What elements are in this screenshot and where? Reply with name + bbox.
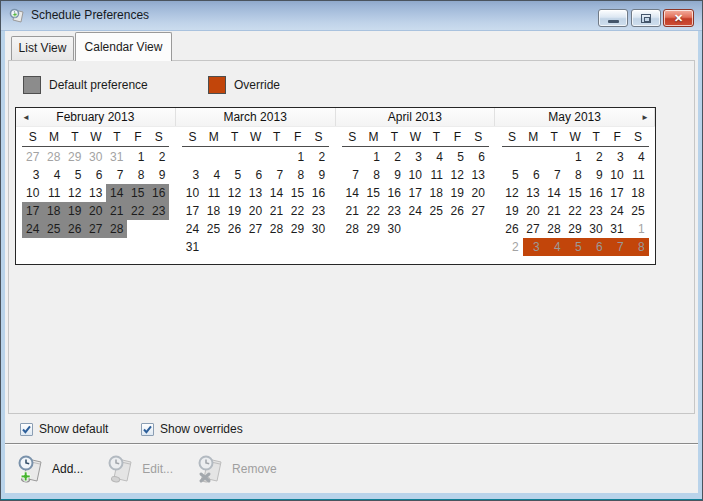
day-cell[interactable]: 9 — [308, 166, 329, 184]
day-cell[interactable]: 21 — [106, 202, 127, 220]
day-cell[interactable]: 13 — [468, 166, 489, 184]
day-cell[interactable]: 2 — [308, 148, 329, 166]
day-cell[interactable]: 8 — [127, 166, 148, 184]
day-cell[interactable]: 20 — [523, 202, 544, 220]
day-cell[interactable]: 28 — [544, 220, 565, 238]
day-cell[interactable]: 10 — [405, 166, 426, 184]
day-cell[interactable]: 22 — [565, 202, 586, 220]
day-cell[interactable]: 4 — [43, 166, 64, 184]
day-cell[interactable]: 1 — [628, 220, 649, 238]
day-cell[interactable]: 15 — [565, 184, 586, 202]
day-cell[interactable]: 2 — [384, 148, 405, 166]
day-cell[interactable]: 1 — [287, 148, 308, 166]
day-cell[interactable]: 22 — [287, 202, 308, 220]
day-cell[interactable]: 25 — [426, 202, 447, 220]
day-cell[interactable]: 7 — [266, 166, 287, 184]
titlebar[interactable]: Schedule Preferences ✕ — [1, 1, 702, 31]
day-cell[interactable]: 5 — [447, 148, 468, 166]
day-cell[interactable]: 26 — [502, 220, 523, 238]
day-cell[interactable]: 9 — [586, 166, 607, 184]
day-cell[interactable]: 26 — [224, 220, 245, 238]
remove-button[interactable]: Remove — [197, 454, 277, 484]
day-cell[interactable]: 18 — [628, 184, 649, 202]
day-cell[interactable]: 5 — [502, 166, 523, 184]
day-cell[interactable]: 4 — [203, 166, 224, 184]
day-cell[interactable]: 17 — [607, 184, 628, 202]
tab-calendar-view[interactable]: Calendar View — [75, 32, 172, 61]
day-cell[interactable]: 5 — [64, 166, 85, 184]
day-cell[interactable]: 3 — [405, 148, 426, 166]
day-cell[interactable]: 19 — [502, 202, 523, 220]
day-cell[interactable]: 24 — [22, 220, 43, 238]
day-cell[interactable]: 25 — [628, 202, 649, 220]
day-cell[interactable]: 4 — [544, 238, 565, 256]
day-cell[interactable]: 29 — [363, 220, 384, 238]
show-default-checkbox[interactable] — [20, 423, 33, 436]
day-cell[interactable]: 13 — [245, 184, 266, 202]
day-cell[interactable]: 18 — [203, 202, 224, 220]
edit-button[interactable]: Edit... — [107, 454, 173, 484]
day-cell[interactable]: 2 — [148, 148, 169, 166]
day-cell[interactable]: 27 — [523, 220, 544, 238]
day-cell[interactable]: 29 — [287, 220, 308, 238]
day-cell[interactable]: 22 — [127, 202, 148, 220]
day-cell[interactable]: 16 — [148, 184, 169, 202]
day-cell[interactable]: 24 — [182, 220, 203, 238]
day-cell[interactable]: 31 — [607, 220, 628, 238]
day-cell[interactable]: 6 — [245, 166, 266, 184]
day-cell[interactable]: 17 — [405, 184, 426, 202]
day-cell[interactable]: 8 — [363, 166, 384, 184]
day-cell[interactable]: 12 — [224, 184, 245, 202]
day-cell[interactable]: 27 — [468, 202, 489, 220]
day-cell[interactable]: 9 — [384, 166, 405, 184]
day-cell[interactable]: 10 — [607, 166, 628, 184]
minimize-button[interactable] — [598, 9, 628, 27]
day-cell[interactable]: 12 — [447, 166, 468, 184]
day-cell[interactable]: 23 — [384, 202, 405, 220]
day-cell[interactable]: 29 — [565, 220, 586, 238]
day-cell[interactable]: 5 — [565, 238, 586, 256]
day-cell[interactable]: 3 — [182, 166, 203, 184]
day-cell[interactable]: 30 — [384, 220, 405, 238]
day-cell[interactable]: 27 — [85, 220, 106, 238]
day-cell[interactable]: 4 — [426, 148, 447, 166]
show-overrides-checkbox-row[interactable]: Show overrides — [141, 421, 243, 437]
day-cell[interactable]: 10 — [22, 184, 43, 202]
day-cell[interactable]: 14 — [106, 184, 127, 202]
tab-list-view[interactable]: List View — [11, 36, 74, 60]
day-cell[interactable]: 26 — [447, 202, 468, 220]
day-cell[interactable]: 19 — [64, 202, 85, 220]
day-cell[interactable]: 7 — [544, 166, 565, 184]
day-cell[interactable]: 6 — [523, 166, 544, 184]
day-cell[interactable]: 12 — [502, 184, 523, 202]
day-cell[interactable]: 3 — [607, 148, 628, 166]
day-cell[interactable]: 21 — [342, 202, 363, 220]
day-cell[interactable]: 7 — [607, 238, 628, 256]
day-cell[interactable]: 14 — [544, 184, 565, 202]
day-cell[interactable]: 23 — [148, 202, 169, 220]
day-cell[interactable]: 11 — [203, 184, 224, 202]
day-cell[interactable]: 6 — [586, 238, 607, 256]
day-cell[interactable]: 16 — [308, 184, 329, 202]
day-cell[interactable]: 20 — [85, 202, 106, 220]
day-cell[interactable]: 28 — [106, 220, 127, 238]
next-month-icon[interactable]: ► — [637, 108, 653, 127]
day-cell[interactable]: 19 — [447, 184, 468, 202]
show-default-checkbox-row[interactable]: Show default — [20, 421, 108, 437]
day-cell[interactable]: 30 — [586, 220, 607, 238]
day-cell[interactable]: 10 — [182, 184, 203, 202]
day-cell[interactable]: 21 — [266, 202, 287, 220]
day-cell[interactable]: 25 — [43, 220, 64, 238]
show-overrides-checkbox[interactable] — [141, 423, 154, 436]
day-cell[interactable]: 9 — [148, 166, 169, 184]
day-cell[interactable]: 28 — [342, 220, 363, 238]
day-cell[interactable]: 16 — [384, 184, 405, 202]
day-cell[interactable]: 1 — [363, 148, 384, 166]
day-cell[interactable]: 31 — [106, 148, 127, 166]
day-cell[interactable]: 27 — [245, 220, 266, 238]
day-cell[interactable]: 15 — [363, 184, 384, 202]
day-cell[interactable]: 13 — [523, 184, 544, 202]
day-cell[interactable]: 8 — [287, 166, 308, 184]
day-cell[interactable]: 14 — [266, 184, 287, 202]
add-button[interactable]: Add... — [17, 454, 83, 484]
